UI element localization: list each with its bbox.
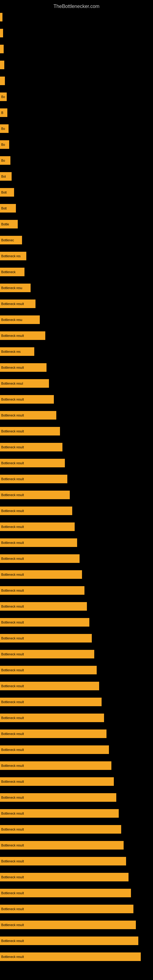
bar-rect: Bottleneck result [0, 299, 35, 308]
bar-rect: Bo [0, 124, 9, 133]
bar-row: Bottlenec [0, 232, 153, 248]
bar-rect: Bott [0, 204, 16, 213]
bar-rect-text: Bott [1, 191, 7, 194]
bar-row: Bottleneck result [0, 550, 153, 566]
bar-rect: B [0, 108, 7, 117]
bar-rect [0, 45, 4, 53]
bar-rect-text: Bottleneck result [1, 684, 24, 688]
bar-row: Bottleneck result [0, 328, 153, 344]
bar-rect: Bottleneck result [0, 905, 134, 913]
bar-row: Bottleneck result [0, 471, 153, 487]
bars-container: BoBBoBoBoBotBottBottBottleBottlenecBottl… [0, 9, 153, 965]
bar-rect-text: Bottleneck res [1, 350, 21, 353]
bar-row: Bottleneck result [0, 933, 153, 949]
bar-row: Bo [0, 153, 153, 169]
bar-row: B [0, 105, 153, 121]
bar-row: Bottleneck result [0, 758, 153, 773]
bar-row: Bottleneck result [0, 742, 153, 758]
bar-rect-text: Bottleneck result [1, 461, 24, 465]
bar-rect: Bottleneck result [0, 427, 60, 436]
bar-rect-text: Bottleneck result [1, 748, 24, 751]
bar-row: Bottleneck result [0, 821, 153, 837]
bar-rect-text: Bottleneck resul [1, 382, 23, 385]
bar-rect: Bottleneck result [0, 793, 116, 802]
bar-row [0, 9, 153, 25]
bar-rect-text: Bottleneck result [1, 637, 24, 640]
bar-rect: Bottleneck result [0, 698, 102, 706]
bar-row: Bottleneck res [0, 344, 153, 360]
bar-row: Bottleneck result [0, 901, 153, 917]
bar-rect-text: Bottleneck result [1, 939, 24, 943]
bar-rect: Bottleneck resu [0, 315, 40, 324]
bar-rect: Bottleneck result [0, 825, 121, 834]
bar-rect-text: Bottleneck result [1, 732, 24, 736]
bar-rect: Bo [0, 156, 10, 165]
bar-row: Bottleneck result [0, 535, 153, 550]
bar-rect: Bottleneck result [0, 857, 126, 865]
bar-rect: Bottleneck result [0, 475, 67, 483]
bar-row [0, 25, 153, 41]
bar-row: Bottleneck result [0, 296, 153, 312]
bar-row: Bottleneck [0, 264, 153, 280]
bar-rect: Bottle [0, 220, 18, 229]
bar-rect: Bottleneck result [0, 411, 56, 420]
bar-row: Bottleneck result [0, 519, 153, 535]
bar-rect: Bottleneck result [0, 650, 94, 659]
bar-rect-text: Bottleneck [1, 270, 16, 274]
bar-rect-text: Bottleneck result [1, 334, 24, 337]
bar-rect: Bottleneck result [0, 937, 138, 945]
bar-rect [0, 13, 2, 21]
bar-rect: Bottleneck result [0, 363, 46, 372]
bar-rect: Bott [0, 188, 14, 197]
bar-rect: Bottleneck result [0, 491, 70, 499]
bar-rect-text: Bottleneck result [1, 477, 24, 481]
bar-rect: Bottleneck result [0, 777, 114, 786]
bar-rect: Bottleneck result [0, 682, 99, 690]
bar-rect: Bottleneck res [0, 347, 34, 356]
bar-row: Bottleneck result [0, 360, 153, 375]
bar-row: Bottleneck result [0, 391, 153, 407]
bar-rect: Bo [0, 92, 7, 101]
bar-row [0, 41, 153, 57]
bar-row: Bottleneck result [0, 789, 153, 805]
bar-rect: Bottleneck result [0, 761, 112, 770]
bar-rect [0, 29, 3, 37]
bar-rect-text: Bottleneck result [1, 907, 24, 911]
bar-rect-text: Bott [1, 207, 7, 210]
bar-row: Bottleneck result [0, 949, 153, 965]
bar-rect-text: Bottleneck result [1, 398, 24, 401]
bar-rect-text: Bottleneck result [1, 509, 24, 513]
bar-row: Bo [0, 137, 153, 153]
bar-rect-text: Bottleneck resu [1, 286, 22, 290]
bar-rect-text: Bottleneck result [1, 923, 24, 927]
bar-row: Bottle [0, 216, 153, 232]
bar-rect-text: Bottleneck result [1, 621, 24, 624]
bar-rect: Bottleneck result [0, 522, 75, 531]
bar-row: Bottleneck result [0, 407, 153, 423]
bar-row: Bottleneck result [0, 662, 153, 678]
bar-row: Bottleneck result [0, 598, 153, 614]
bar-rect: Bottleneck result [0, 873, 129, 881]
bar-rect-text: Bottleneck result [1, 828, 24, 831]
bar-rect-text: Bottle [1, 223, 9, 226]
bar-row: Bottleneck result [0, 773, 153, 789]
bar-row: Bottleneck result [0, 646, 153, 662]
bar-row: Bottleneck result [0, 566, 153, 582]
bar-rect-text: Bo [1, 127, 5, 130]
bar-rect: Bottleneck res [0, 252, 26, 260]
bar-rect-text: Bo [1, 143, 5, 146]
bar-rect: Bo [0, 140, 9, 149]
bar-rect: Bottleneck result [0, 459, 65, 467]
bar-rect-text: Bottleneck result [1, 525, 24, 528]
bar-rect-text: Bottleneck result [1, 891, 24, 895]
bar-rect: Bottleneck result [0, 714, 104, 722]
bar-row [0, 73, 153, 89]
bar-row: Bott [0, 185, 153, 200]
bar-rect: Bottleneck result [0, 745, 109, 754]
bar-rect: Bottleneck result [0, 570, 82, 579]
bar-rect-text: Bottleneck result [1, 589, 24, 592]
bar-row: Bott [0, 200, 153, 216]
bar-row: Bottleneck result [0, 694, 153, 710]
bar-rect: Bottleneck result [0, 809, 119, 818]
bar-rect-text: Bottleneck resu [1, 318, 22, 321]
